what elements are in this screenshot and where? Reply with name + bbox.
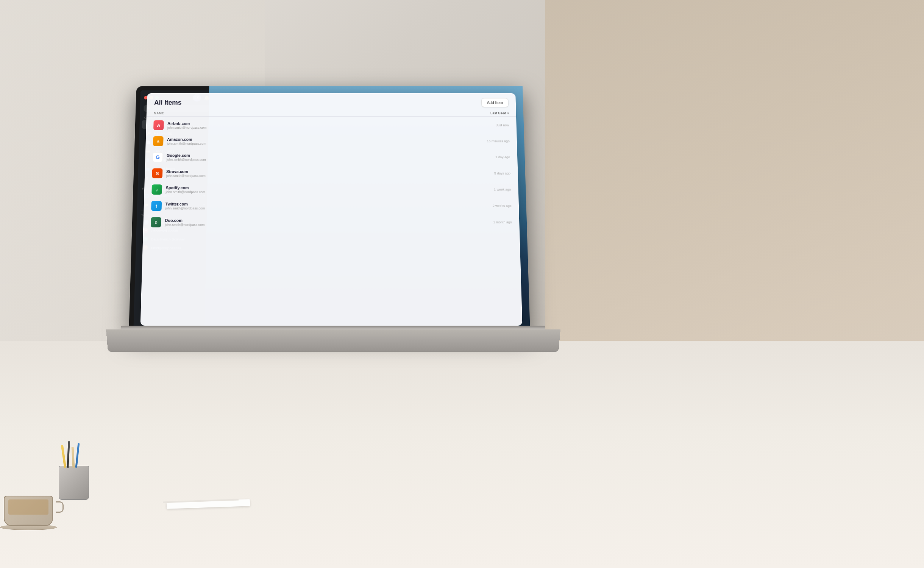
item-time-spotify: 1 week ago bbox=[481, 188, 511, 192]
screen-wrapper: JS 🔔 🔍 Categories ⊞ All I bbox=[133, 91, 525, 329]
sort-arrow-icon: ▾ bbox=[507, 112, 509, 115]
item-name-strava: Strava.com bbox=[166, 169, 481, 173]
item-time-duo: 1 month ago bbox=[482, 220, 512, 224]
page-title: All Items bbox=[154, 99, 182, 106]
item-row-twitter[interactable]: t Twitter.com john.smith@nordpass.com 2 … bbox=[148, 198, 515, 214]
item-row-airbnb[interactable]: A Airbnb.com john.smith@nordpass.com Jus… bbox=[150, 117, 512, 133]
item-name-duo: Duo.com bbox=[165, 218, 482, 223]
item-email-duo: john.smith@nordpass.com bbox=[165, 223, 482, 226]
add-item-button[interactable]: Add Item bbox=[481, 98, 509, 107]
item-name-airbnb: Airbnb.com bbox=[167, 121, 480, 125]
item-info-spotify: Spotify.com john.smith@nordpass.com bbox=[165, 186, 481, 194]
item-name-twitter: Twitter.com bbox=[165, 202, 482, 206]
item-info-airbnb: Airbnb.com john.smith@nordpass.com bbox=[167, 121, 480, 129]
laptop: JS 🔔 🔍 Categories ⊞ All I bbox=[106, 76, 560, 417]
item-time-google: 1 day ago bbox=[481, 155, 510, 159]
items-list[interactable]: A Airbnb.com john.smith@nordpass.com Jus… bbox=[140, 117, 523, 326]
item-row-google[interactable]: G Google.com john.smith@nordpass.com 1 d… bbox=[150, 149, 513, 165]
item-email-airbnb: john.smith@nordpass.com bbox=[167, 126, 480, 129]
item-name-google: Google.com bbox=[167, 153, 481, 157]
item-email-spotify: john.smith@nordpass.com bbox=[165, 190, 481, 194]
google-g-icon: G bbox=[156, 154, 160, 160]
item-info-twitter: Twitter.com john.smith@nordpass.com bbox=[165, 202, 482, 210]
item-time-twitter: 2 weeks ago bbox=[482, 204, 512, 208]
item-info-google: Google.com john.smith@nordpass.com bbox=[167, 153, 481, 161]
item-time-strava: 5 days ago bbox=[481, 172, 510, 175]
favicon-airbnb: A bbox=[153, 120, 164, 130]
favicon-amazon: a bbox=[153, 136, 164, 146]
tea-cup bbox=[4, 496, 57, 530]
favicon-duo: D bbox=[151, 217, 161, 227]
item-info-strava: Strava.com john.smith@nordpass.com bbox=[166, 169, 481, 178]
item-email-amazon: john.smith@nordpass.com bbox=[167, 142, 480, 145]
item-email-strava: john.smith@nordpass.com bbox=[166, 174, 481, 177]
item-time-amazon: 15 minutes ago bbox=[480, 139, 510, 143]
item-row-spotify[interactable]: ♪ Spotify.com john.smith@nordpass.com 1 … bbox=[148, 182, 514, 198]
item-row-amazon[interactable]: a Amazon.com john.smith@nordpass.com 15 … bbox=[150, 133, 513, 149]
laptop-screen: JS 🔔 🔍 Categories ⊞ All I bbox=[133, 91, 525, 329]
main-header: All Items Add Item bbox=[147, 93, 516, 110]
table-header: Name Last Used ▾ bbox=[147, 110, 516, 117]
item-row-duo[interactable]: D Duo.com john.smith@nordpass.com 1 mont… bbox=[148, 214, 515, 230]
column-name: Name bbox=[154, 111, 490, 115]
laptop-base bbox=[106, 329, 560, 352]
pencil-cup bbox=[57, 451, 91, 500]
favicon-spotify: ♪ bbox=[151, 184, 162, 195]
column-last-used[interactable]: Last Used ▾ bbox=[490, 111, 509, 115]
item-info-duo: Duo.com john.smith@nordpass.com bbox=[165, 218, 482, 226]
main-panel: All Items Add Item Name Last Used ▾ bbox=[140, 93, 523, 326]
laptop-screen-bezel: JS 🔔 🔍 Categories ⊞ All I bbox=[129, 86, 530, 333]
item-name-amazon: Amazon.com bbox=[167, 137, 480, 141]
item-info-amazon: Amazon.com john.smith@nordpass.com bbox=[167, 137, 480, 145]
favicon-strava: S bbox=[152, 168, 162, 178]
item-email-google: john.smith@nordpass.com bbox=[167, 158, 481, 161]
favicon-google: G bbox=[153, 152, 163, 162]
favicon-twitter: t bbox=[151, 201, 162, 211]
item-name-spotify: Spotify.com bbox=[166, 186, 481, 190]
item-time-airbnb: Just now bbox=[480, 123, 509, 127]
item-email-twitter: john.smith@nordpass.com bbox=[165, 206, 482, 210]
item-row-strava[interactable]: S Strava.com john.smith@nordpass.com 5 d… bbox=[149, 165, 514, 181]
